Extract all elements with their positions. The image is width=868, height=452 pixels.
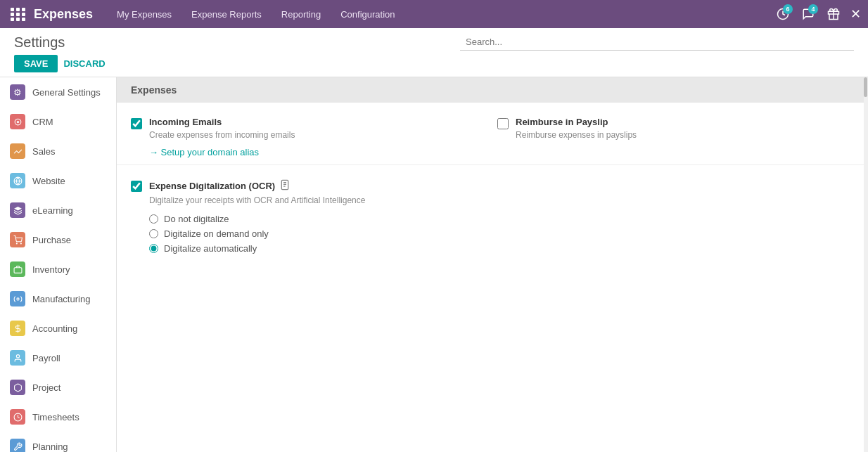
save-button[interactable]: SAVE bbox=[14, 55, 58, 72]
svg-point-10 bbox=[16, 297, 18, 299]
svg-point-4 bbox=[16, 120, 18, 122]
setup-domain-link[interactable]: → Setup your domain alias bbox=[149, 147, 295, 157]
svg-point-8 bbox=[20, 243, 21, 243]
nav-my-expenses[interactable]: My Expenses bbox=[107, 0, 181, 28]
sidebar-label-timesheets: Timesheets bbox=[32, 412, 79, 422]
app-title: Expenses bbox=[34, 7, 93, 22]
sidebar-label-website: Website bbox=[32, 176, 65, 186]
main-layout: ⚙ General Settings CRM Sales Website e bbox=[0, 77, 868, 452]
sidebar-item-payroll[interactable]: Payroll bbox=[0, 343, 116, 373]
sidebar-item-elearning[interactable]: eLearning bbox=[0, 195, 116, 225]
svg-point-12 bbox=[16, 354, 19, 357]
payroll-icon bbox=[10, 350, 25, 366]
general-settings-icon: ⚙ bbox=[10, 84, 25, 100]
message-badge: 4 bbox=[808, 4, 818, 14]
reimburse-payslip-desc: Reimburse expenses in payslips bbox=[516, 130, 637, 140]
svg-point-7 bbox=[16, 243, 17, 243]
reimburse-payslip-setting: Reimburse in Payslip Reimburse expenses … bbox=[497, 117, 850, 157]
sidebar-label-accounting: Accounting bbox=[32, 323, 77, 334]
sidebar-item-inventory[interactable]: Inventory bbox=[0, 254, 116, 284]
manufacturing-icon bbox=[10, 291, 25, 306]
sidebar-item-website[interactable]: Website bbox=[0, 166, 116, 195]
project-icon bbox=[10, 380, 25, 395]
incoming-emails-desc: Create expenses from incoming emails bbox=[149, 130, 295, 140]
website-icon bbox=[10, 173, 25, 188]
ocr-setting: Expense Digitalization (OCR) Digitalize … bbox=[131, 179, 850, 254]
ocr-options: Do not digitalize Digitalize on demand o… bbox=[149, 214, 365, 254]
reimburse-payslip-title: Reimburse in Payslip bbox=[516, 117, 637, 127]
message-btn[interactable]: 4 bbox=[797, 3, 819, 25]
sidebar-item-purchase[interactable]: Purchase bbox=[0, 225, 116, 254]
sidebar-item-project[interactable]: Project bbox=[0, 373, 116, 402]
nav-reporting[interactable]: Reporting bbox=[272, 0, 331, 28]
sidebar-label-general-settings: General Settings bbox=[32, 87, 101, 98]
search-input[interactable] bbox=[460, 34, 854, 51]
sidebar-label-inventory: Inventory bbox=[32, 264, 70, 275]
close-icon[interactable]: ✕ bbox=[850, 6, 861, 22]
incoming-emails-title: Incoming Emails bbox=[149, 117, 295, 127]
settings-title: Settings bbox=[14, 34, 65, 51]
nav-configuration[interactable]: Configuration bbox=[331, 0, 404, 28]
section-header-expenses: Expenses bbox=[117, 77, 864, 103]
purchase-icon bbox=[10, 232, 25, 247]
scroll-indicator bbox=[864, 77, 868, 452]
sales-icon bbox=[10, 143, 25, 159]
sidebar-item-sales[interactable]: Sales bbox=[0, 136, 116, 166]
incoming-emails-checkbox[interactable] bbox=[131, 118, 142, 129]
sidebar: ⚙ General Settings CRM Sales Website e bbox=[0, 77, 117, 452]
apps-grid-icon[interactable] bbox=[7, 3, 30, 25]
settings-top-grid: Incoming Emails Create expenses from inc… bbox=[117, 103, 864, 165]
activity-badge: 6 bbox=[783, 4, 793, 14]
sidebar-label-planning: Planning bbox=[32, 441, 68, 452]
nav-links: My Expenses Expense Reports Reporting Co… bbox=[107, 0, 772, 28]
incoming-emails-setting: Incoming Emails Create expenses from inc… bbox=[131, 117, 483, 157]
inventory-icon bbox=[10, 261, 25, 277]
sidebar-item-crm[interactable]: CRM bbox=[0, 107, 116, 136]
gift-btn[interactable] bbox=[822, 3, 845, 25]
ocr-setting-section: Expense Digitalization (OCR) Digitalize … bbox=[117, 165, 864, 268]
ocr-radio-none[interactable] bbox=[149, 214, 158, 224]
svg-rect-9 bbox=[14, 267, 22, 273]
sidebar-item-planning[interactable]: Planning bbox=[0, 432, 116, 452]
sidebar-label-elearning: eLearning bbox=[32, 205, 73, 216]
sidebar-label-sales: Sales bbox=[32, 146, 56, 157]
crm-icon bbox=[10, 114, 25, 129]
top-nav: Expenses My Expenses Expense Reports Rep… bbox=[0, 0, 868, 28]
ocr-option-auto[interactable]: Digitalize automatically bbox=[149, 243, 365, 254]
activity-btn[interactable]: 6 bbox=[772, 3, 794, 25]
content-area: Expenses Incoming Emails Create expenses… bbox=[117, 77, 864, 452]
elearning-icon bbox=[10, 202, 25, 218]
sidebar-item-accounting[interactable]: Accounting bbox=[0, 314, 116, 343]
reimburse-payslip-checkbox[interactable] bbox=[497, 118, 509, 129]
ocr-icon bbox=[279, 179, 291, 193]
discard-button[interactable]: DISCARD bbox=[63, 58, 105, 69]
sidebar-item-timesheets[interactable]: Timesheets bbox=[0, 402, 116, 432]
ocr-title: Expense Digitalization (OCR) bbox=[149, 179, 365, 193]
sidebar-label-manufacturing: Manufacturing bbox=[32, 294, 90, 304]
sidebar-item-general-settings[interactable]: ⚙ General Settings bbox=[0, 77, 116, 107]
ocr-radio-demand[interactable] bbox=[149, 229, 158, 238]
ocr-desc: Digitalize your receipts with OCR and Ar… bbox=[149, 195, 365, 205]
sidebar-label-payroll: Payroll bbox=[32, 353, 60, 363]
sidebar-item-manufacturing[interactable]: Manufacturing bbox=[0, 284, 116, 314]
nav-expense-reports[interactable]: Expense Reports bbox=[181, 0, 272, 28]
ocr-option-demand[interactable]: Digitalize on demand only bbox=[149, 228, 365, 239]
timesheets-icon bbox=[10, 409, 25, 425]
ocr-option-none[interactable]: Do not digitalize bbox=[149, 214, 365, 224]
ocr-radio-auto[interactable] bbox=[149, 244, 158, 253]
settings-header: Settings SAVE DISCARD bbox=[0, 28, 868, 77]
nav-actions: 6 4 ✕ bbox=[772, 3, 861, 25]
planning-icon bbox=[10, 439, 25, 452]
ocr-checkbox[interactable] bbox=[131, 181, 142, 192]
sidebar-label-purchase: Purchase bbox=[32, 235, 71, 245]
accounting-icon bbox=[10, 321, 25, 336]
sidebar-label-project: Project bbox=[32, 382, 60, 393]
action-row: SAVE DISCARD bbox=[14, 55, 854, 77]
sidebar-label-crm: CRM bbox=[32, 117, 53, 127]
scroll-thumb bbox=[864, 77, 867, 97]
